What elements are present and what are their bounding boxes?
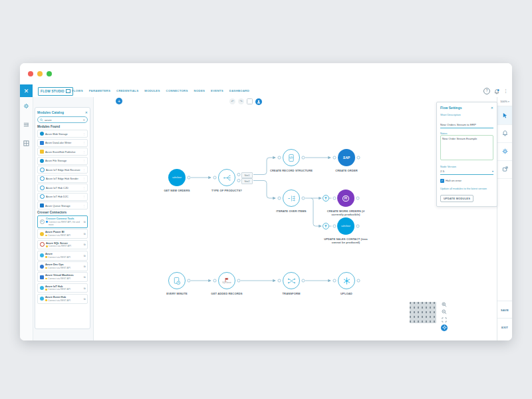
catalog-close-icon[interactable]: ✕ xyxy=(85,110,88,114)
traffic-light-zoom[interactable] xyxy=(47,71,52,76)
center-view-button[interactable] xyxy=(441,325,448,331)
node-iterate-over-items[interactable] xyxy=(283,190,300,207)
traffic-light-close[interactable] xyxy=(28,71,33,76)
search-input[interactable] xyxy=(45,118,81,122)
modules-found-heading: Modules Found xyxy=(37,125,88,128)
notifications-panel-icon[interactable] xyxy=(497,124,512,143)
fit-view-icon[interactable] xyxy=(442,317,448,323)
flow-settings-title: Flow Settings xyxy=(440,106,462,110)
drag-handle-icon[interactable]: ⋮ xyxy=(83,195,86,198)
flow-settings-panel-icon[interactable] xyxy=(497,106,512,125)
halt-on-error-checkbox[interactable]: ✓ xyxy=(440,179,444,183)
module-catalog-icon[interactable] xyxy=(23,102,30,110)
node-create-record-structure[interactable] xyxy=(283,149,300,166)
catalog-search[interactable]: ✕ xyxy=(37,116,88,123)
module-item[interactable]: Azure IoT Edge Hub Sender⋮ xyxy=(37,175,88,183)
minimap[interactable] xyxy=(410,302,436,323)
connector-item[interactable]: Azure SQL ServerConnect via REST API⧉ xyxy=(37,240,88,250)
new-flow-button[interactable]: + xyxy=(116,98,122,104)
crosser-logo[interactable]: ✕ xyxy=(20,84,33,97)
zoom-level-control[interactable]: 100% ▾ xyxy=(497,97,512,106)
drag-handle-icon[interactable]: ⋮ xyxy=(83,186,86,190)
node-get-added-records[interactable]: SQL Server xyxy=(218,272,235,289)
module-item[interactable]: Azure EventHub Publisher⋮ xyxy=(37,148,88,156)
flow-settings-close-icon[interactable]: ✕ xyxy=(491,106,493,110)
node-every-minute[interactable] xyxy=(168,272,186,289)
connector-item[interactable]: AzureConnect via REST API⧉ xyxy=(37,251,88,261)
module-item[interactable]: Azure IoT Hub D2C⋮ xyxy=(37,193,88,201)
drag-handle-icon[interactable]: ⋮ xyxy=(83,150,86,154)
node-update-sales-contact[interactable]: salesforce xyxy=(337,217,354,235)
module-item[interactable]: Azure IoT Edge Hub Receiver⋮ xyxy=(37,166,88,174)
help-icon[interactable]: ? xyxy=(483,88,490,94)
connector-item[interactable]: Azure Power BIConnect via REST API⧉ xyxy=(37,229,88,239)
pi-logo: PI xyxy=(342,196,348,201)
halt-on-error-row[interactable]: ✓ Halt on error xyxy=(440,179,493,183)
node-get-new-orders[interactable]: salesforce xyxy=(168,169,186,186)
module-item[interactable]: Azure Queue Storage⋮ xyxy=(37,201,88,209)
external-link-icon[interactable]: ⧉ xyxy=(84,265,86,268)
notes-field[interactable]: New Order Stream Example xyxy=(440,135,493,160)
branch-label-site1: Site1 xyxy=(241,172,253,178)
update-modules-button[interactable]: UPDATE MODULES xyxy=(440,195,473,202)
chevron-down-icon: ▾ xyxy=(492,170,493,173)
tab-nodes[interactable]: NODES xyxy=(194,89,205,92)
dashboard-grid-icon[interactable] xyxy=(23,140,30,147)
tab-modules[interactable]: MODULES xyxy=(144,89,160,92)
exit-button[interactable]: EXIT xyxy=(497,318,512,336)
node-upload[interactable] xyxy=(338,272,355,289)
node-type-of-products[interactable] xyxy=(218,169,235,186)
traffic-light-minimize[interactable] xyxy=(37,71,43,76)
drag-handle-icon[interactable]: ⋮ xyxy=(83,204,86,207)
settings-gear-icon[interactable] xyxy=(497,142,512,161)
node-create-order[interactable]: SAP xyxy=(338,149,355,166)
tab-credentials[interactable]: CREDENTIALS xyxy=(116,89,138,92)
drag-handle-icon[interactable]: ⋮ xyxy=(83,132,86,136)
module-item[interactable]: Azure File Storage⋮ xyxy=(37,157,88,165)
connector-item[interactable]: ✕Crosser Connect ToolsConnect via REST A… xyxy=(37,215,88,228)
tab-events[interactable]: EVENTS xyxy=(211,89,223,92)
drag-handle-icon[interactable]: ⋮ xyxy=(83,141,86,144)
zoom-in-icon[interactable] xyxy=(442,301,448,307)
external-link-icon[interactable]: ⧉ xyxy=(84,287,86,290)
node-version-select[interactable]: 2.5 ▾ xyxy=(440,169,493,175)
tab-parameters[interactable]: PARAMETERS xyxy=(89,89,110,92)
drag-handle-icon[interactable]: ⋮ xyxy=(83,177,86,180)
module-item[interactable]: Azure IoT Hub C2D⋮ xyxy=(37,184,88,192)
notifications-icon[interactable] xyxy=(494,85,499,97)
search-clear-icon[interactable]: ✕ xyxy=(82,118,85,122)
module-icon xyxy=(40,176,45,181)
tab-dashboard[interactable]: DASHBOARD xyxy=(229,89,249,92)
node-create-work-orders[interactable]: PI xyxy=(337,190,354,207)
module-item[interactable]: Azure Blob Storage⋮ xyxy=(37,130,88,138)
overflow-menu-icon[interactable]: ⋮ xyxy=(503,88,508,93)
flow-list-icon[interactable] xyxy=(23,121,30,128)
versions-icon[interactable] xyxy=(497,160,512,179)
drag-handle-icon[interactable]: ⋮ xyxy=(83,168,86,172)
redo-button[interactable]: ↷ xyxy=(238,98,244,104)
external-link-icon[interactable]: ⧉ xyxy=(84,243,86,246)
undo-button[interactable]: ↶ xyxy=(229,98,235,104)
external-link-icon[interactable]: ⧉ xyxy=(84,220,86,223)
tab-flows[interactable]: FLOWS xyxy=(72,89,83,92)
remote-session-button[interactable] xyxy=(255,98,262,105)
connector-item[interactable]: Azure Virtual MachinesConnect via REST A… xyxy=(37,272,88,282)
external-link-icon[interactable]: ⧉ xyxy=(84,275,86,279)
tab-connectors[interactable]: CONNECTORS xyxy=(166,89,188,92)
left-icon-rail xyxy=(20,97,33,340)
connector-item[interactable]: Azure IoT HubConnect via REST API⧉ xyxy=(37,283,88,293)
catalog-title: Modules Catalog xyxy=(37,110,64,114)
save-button[interactable]: SAVE xyxy=(497,301,512,319)
zoom-out-icon[interactable] xyxy=(442,309,448,315)
external-link-icon[interactable]: ⧉ xyxy=(84,254,86,257)
external-link-icon[interactable]: ⧉ xyxy=(84,232,86,235)
connector-item[interactable]: Azure Dev OpsConnect via REST API⧉ xyxy=(37,261,88,271)
short-description-field[interactable] xyxy=(440,122,493,128)
drag-handle-icon[interactable]: ⋮ xyxy=(83,159,86,162)
external-link-icon[interactable]: ⧉ xyxy=(84,297,86,301)
module-item[interactable]: Azure DataLake Writer⋮ xyxy=(37,139,88,147)
connector-item[interactable]: Azure Event HubConnect via REST API⧉ xyxy=(37,294,88,304)
flow-studio-button[interactable]: FLOW STUDIO xyxy=(38,87,73,96)
select-mode-icon[interactable] xyxy=(247,98,253,104)
node-transform[interactable] xyxy=(283,272,300,289)
